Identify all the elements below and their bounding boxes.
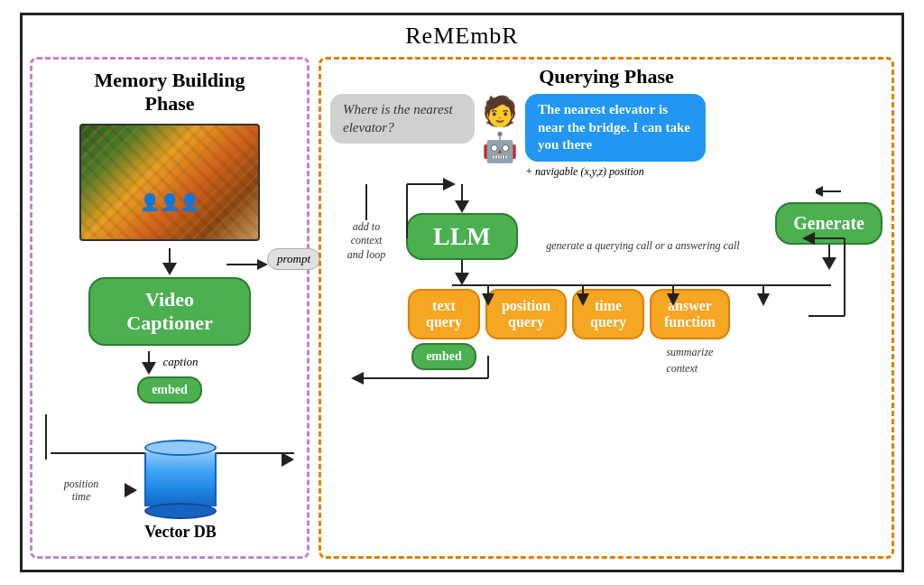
context-loop-col: add to context and loop xyxy=(330,184,402,263)
chat-row: Where is the nearest elevator? 🧑 🤖 The n… xyxy=(330,94,882,179)
human-emoji: 🧑 xyxy=(482,94,518,128)
cylinder-top xyxy=(144,440,217,456)
middle-row: add to context and loop LLM xyxy=(330,184,882,285)
arrowhead-llm-down xyxy=(455,273,469,285)
text-query-box: text query xyxy=(408,289,480,339)
panels-row: Memory BuildingPhase 👤👤👤 prompt xyxy=(23,53,901,566)
embed-box-right: embed xyxy=(411,343,476,370)
left-panel-title: Memory BuildingPhase xyxy=(95,69,245,116)
llm-to-gen-line xyxy=(461,260,463,273)
robot-emoji: 🤖 xyxy=(482,130,518,164)
generate-col: Generate xyxy=(775,184,882,270)
time-query-box: time query xyxy=(572,289,644,339)
main-title: ReMEmbR xyxy=(23,15,901,53)
arrowhead-caption xyxy=(142,362,156,375)
position-query-col: position query xyxy=(485,289,567,339)
video-captioner-box: Video Captioner xyxy=(88,277,251,346)
summarize-wrapper: summarize context xyxy=(666,343,713,376)
right-panel-title: Querying Phase xyxy=(330,65,882,88)
bot-bubble-wrapper: The nearest elevator is near the bridge.… xyxy=(525,94,882,179)
right-diagram: Where is the nearest elevator? 🧑 🤖 The n… xyxy=(330,94,882,545)
cylinder-bottom xyxy=(144,503,217,519)
embed-box-left: embed xyxy=(137,376,202,404)
scene-overlay xyxy=(81,125,258,239)
summarize-label: summarize context xyxy=(666,346,713,375)
loop-vline xyxy=(365,184,367,220)
llm-col: LLM xyxy=(406,184,518,285)
scene-people: 👤👤👤 xyxy=(140,192,199,212)
position-time-label: position time xyxy=(64,478,99,504)
answer-function-col: answer function summarize context xyxy=(650,289,730,376)
q-to-llm-line xyxy=(461,184,463,200)
llm-box: LLM xyxy=(406,213,518,260)
arrowhead-gen-down xyxy=(822,257,836,270)
arrow-captioner-to-embed xyxy=(148,351,150,362)
text-query-col: text query embed xyxy=(408,289,480,370)
caption-label: caption xyxy=(163,355,199,368)
gen-down-arrow xyxy=(822,245,836,270)
navigable-label: + navigable (x,y,z) position xyxy=(525,165,882,179)
left-panel: Memory BuildingPhase 👤👤👤 prompt xyxy=(30,57,310,559)
bot-to-gen-arrow xyxy=(816,184,843,199)
functions-row: text query embed position query time que… xyxy=(330,289,882,376)
time-query-col: time query xyxy=(572,289,644,339)
arrowhead-to-llm xyxy=(455,200,469,213)
scene-image: 👤👤👤 xyxy=(79,124,260,241)
prompt-arrow-svg xyxy=(226,255,272,283)
bot-bubble: The nearest elevator is near the bridge.… xyxy=(525,94,706,162)
gen-query-label-col: generate a querying call or a answering … xyxy=(518,184,768,254)
position-query-box: position query xyxy=(485,289,567,339)
user-bubble: Where is the nearest elevator? xyxy=(330,94,475,144)
gen-to-funcs-line xyxy=(828,245,830,257)
prompt-label: prompt xyxy=(267,248,320,270)
main-container: ReMEmbR Memory BuildingPhase 👤👤👤 prompt xyxy=(20,13,904,572)
emoji-col: 🧑 🤖 xyxy=(482,94,518,164)
arrowhead-to-captioner xyxy=(162,263,177,275)
generate-box: Generate xyxy=(775,202,882,245)
gen-query-label: generate a querying call or a answering … xyxy=(546,238,739,254)
right-panel: Querying Phase Where is the nearest elev… xyxy=(319,57,894,559)
vector-db-label: Vector DB xyxy=(144,523,217,542)
arrow-image-to-captioner xyxy=(169,248,171,263)
cylinder-body xyxy=(144,452,217,506)
add-context-label: add to context and loop xyxy=(347,220,385,263)
bot-to-gen-row xyxy=(816,184,843,199)
answer-function-box: answer function xyxy=(650,289,730,339)
pos-time-arrow xyxy=(125,483,137,497)
